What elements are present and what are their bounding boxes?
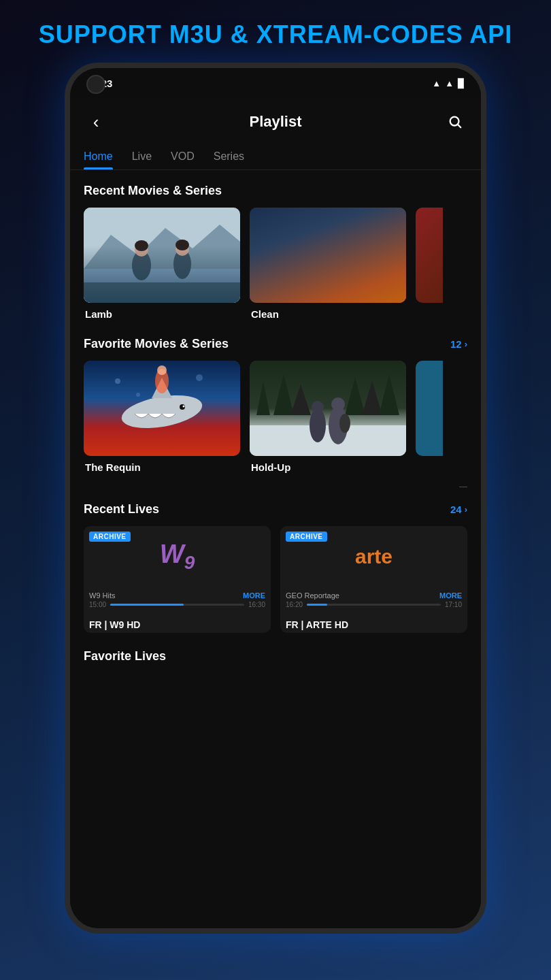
tab-home[interactable]: Home [84,145,113,169]
svg-point-14 [313,216,343,246]
back-button[interactable]: ‹ [84,110,108,134]
favorite-lives-section: Favorite Lives [70,638,481,679]
movie-card-requin[interactable]: The Requin [84,361,240,474]
svg-rect-18 [250,282,406,303]
favorite-movies-count[interactable]: 12 › [450,338,467,350]
movie-title-clean: Clean [250,308,280,320]
svg-rect-12 [250,208,406,303]
svg-point-22 [196,374,203,381]
movie-title-requin: The Requin [84,461,142,473]
status-bar: 16:23 ▲ ▲ ▉ [70,68,481,99]
app-bar: ‹ Playlist [70,99,481,145]
svg-rect-17 [335,245,346,269]
battery-icon: ▉ [458,78,465,88]
chevron-right-icon-lives: › [465,504,467,514]
lamb-scene [84,208,240,303]
arte-start-time: 16:20 [286,601,303,608]
svg-point-10 [135,240,148,251]
arte-live-info: GEO Reportage MORE 16:20 17:10 [280,587,467,614]
favorite-lives-title: Favorite Lives [84,649,166,664]
svg-point-37 [310,408,326,442]
svg-rect-36 [250,425,406,456]
svg-point-8 [173,249,191,279]
screen: ‹ Playlist Home Live VOD Series [70,99,481,928]
movie-thumb-clean [250,208,406,303]
holdup-scene [250,361,406,456]
movie-thumb-holdup [250,361,406,456]
w9-logo: W9 [160,540,195,574]
phone-frame: 16:23 ▲ ▲ ▉ ‹ Playlist Home [65,63,486,934]
movie-thumb-partial-1 [416,208,443,303]
archive-badge-arte: ARCHIVE [286,532,327,542]
live-card-arte[interactable]: ARCHIVE arte GEO Reportage MORE 16:20 [280,526,467,633]
recent-lives-section: Recent Lives 24 › ARCHIVE W9 [70,491,481,638]
w9-time-row: 15:00 16:30 [89,601,265,608]
movie-card-holdup[interactable]: Hold-Up [250,361,406,474]
w9-more-btn[interactable]: MORE [243,591,265,600]
banner-title: SUPPORT M3U & XTREAM-CODES API [14,20,537,49]
status-icons: ▲ ▲ ▉ [432,78,465,88]
movie-title-lamb: Lamb [84,308,114,320]
search-button[interactable] [443,110,467,134]
live-channels-row: ARCHIVE W9 W9 Hits MORE 15:00 [84,526,467,633]
favorite-movies-section: Favorite Movies & Series 12 › [70,326,481,479]
tab-series[interactable]: Series [214,145,244,169]
svg-point-38 [312,401,324,413]
svg-point-6 [132,250,151,280]
movie-card-lamb[interactable]: Lamb [84,208,240,321]
movie-thumb-lamb [84,208,240,303]
favorite-movies-title: Favorite Movies & Series [84,337,229,351]
svg-point-11 [176,240,189,250]
w9-end-time: 16:30 [248,601,265,608]
favorite-lives-header: Favorite Lives [84,649,467,664]
w9-channel-name: FR | W9 HD [84,614,271,633]
requin-scene [84,361,240,456]
navigation-tabs: Home Live VOD Series [70,145,481,170]
favorite-movies-header: Favorite Movies & Series 12 › [84,337,467,351]
back-icon: ‹ [93,112,99,133]
signal-icon: ▲ [445,78,454,88]
recent-movies-row: Lamb [84,208,467,321]
arte-end-time: 17:10 [445,601,462,608]
wifi-icon: ▲ [432,78,441,88]
recent-lives-header: Recent Lives 24 › [84,502,467,517]
w9-progress-fill [110,604,184,606]
movie-card-clean[interactable]: Clean [250,208,406,321]
tab-live[interactable]: Live [132,145,152,169]
w9-progress-bar [110,604,244,606]
recent-movies-section: Recent Movies & Series [70,173,481,326]
arte-logo: arte [355,545,393,568]
recent-movies-title: Recent Movies & Series [84,184,222,198]
w9-show-name: W9 Hits [89,591,116,600]
svg-point-13 [309,216,347,260]
w9-start-time: 15:00 [89,601,106,608]
tab-vod[interactable]: VOD [171,145,195,169]
movie-card-partial-2 [416,361,443,474]
svg-point-20 [115,378,120,384]
recent-lives-count[interactable]: 24 › [450,504,467,515]
svg-rect-4 [84,269,240,303]
archive-badge-w9: ARCHIVE [89,532,131,542]
arte-more-btn[interactable]: MORE [439,591,462,600]
movie-thumb-requin [84,361,240,456]
live-card-w9[interactable]: ARCHIVE W9 W9 Hits MORE 15:00 [84,526,271,633]
live-card-arte-inner: ARCHIVE arte [280,526,467,587]
scroll-indicator: — [70,479,481,491]
svg-point-28 [157,365,167,375]
live-card-w9-inner: ARCHIVE W9 [84,526,271,587]
svg-rect-2 [84,208,240,303]
arte-time-row: 16:20 17:10 [286,601,462,608]
w9-live-info: W9 Hits MORE 15:00 16:30 [84,587,271,614]
page-title: Playlist [249,113,301,131]
search-icon [448,114,463,129]
arte-show-name: GEO Reportage [286,591,339,600]
movie-thumb-partial-2 [416,361,443,456]
arte-channel-name: FR | ARTE HD [280,614,467,633]
svg-point-15 [317,233,339,250]
favorite-movies-row: The Requin [84,361,467,474]
movie-card-partial-1 [416,208,443,321]
recent-lives-title: Recent Lives [84,502,159,517]
arte-progress-bar [307,604,441,606]
clean-scene [250,208,406,303]
recent-movies-header: Recent Movies & Series [84,184,467,198]
